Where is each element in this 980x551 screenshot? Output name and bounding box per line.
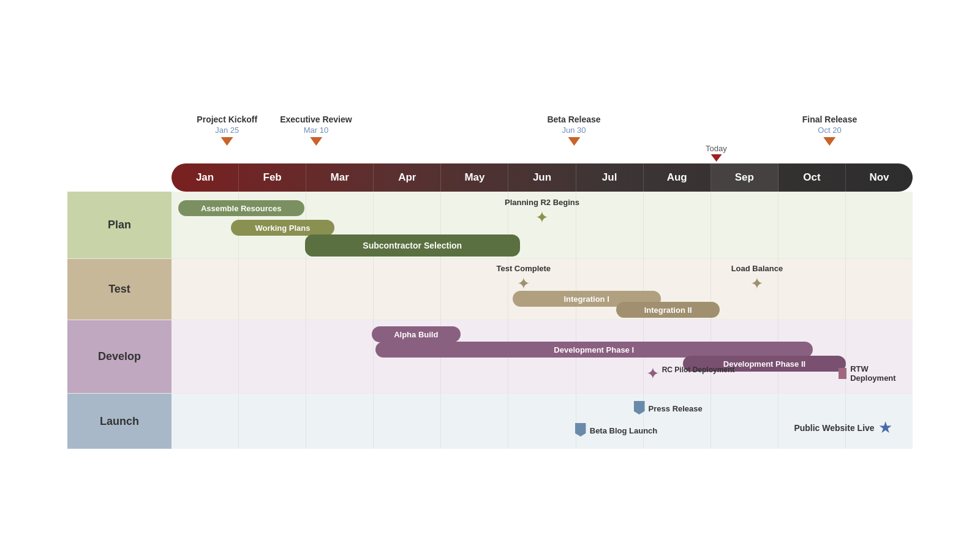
month-aug: Aug (644, 163, 711, 192)
grid-line (441, 394, 508, 449)
beta-blog-label: Beta Blog Launch (590, 426, 658, 435)
today-marker: Today (706, 144, 727, 162)
flag-shape-press-release (634, 401, 645, 414)
chart-container: Project Kickoff Jan 25 Executive Review … (67, 78, 913, 473)
milestone-arrow-final (823, 137, 835, 146)
milestone-project-kickoff: Project Kickoff Jan 25 (197, 114, 257, 146)
milestone-executive-review: Executive Review Mar 10 (280, 114, 352, 146)
star-icon-planning-r2: ✦ (535, 208, 549, 227)
bar-working-plans: Working Plans (231, 220, 334, 236)
grid-line (778, 259, 846, 320)
rows-area: Plan Assemble Resources (67, 192, 913, 449)
star-load-balance: Load Balance ✦ (731, 264, 783, 293)
grid-line (374, 394, 441, 449)
star-test-complete: Test Complete ✦ (496, 264, 551, 293)
grid-line (846, 259, 913, 320)
row-plan: Plan Assemble Resources (67, 192, 913, 259)
month-jun: Jun (508, 163, 576, 192)
public-website-label: Public Website Live (794, 423, 874, 433)
grid-line (306, 259, 374, 320)
grid-line (711, 394, 778, 449)
star-planning-r2: Planning R2 Begins ✦ (505, 198, 579, 227)
bar-assemble-resources: Assemble Resources (178, 200, 304, 216)
row-label-plan: Plan (67, 192, 172, 258)
star-icon-rc-pilot: ✦ (646, 364, 660, 383)
timeline-bar: Today Jan Feb Mar Apr May Jun Jul Aug Se… (172, 163, 913, 192)
row-label-launch: Launch (67, 394, 172, 449)
star-icon-load-balance: ✦ (750, 274, 764, 293)
today-arrow-icon (710, 154, 722, 162)
bar-subcontractor-selection: Subcontractor Selection (305, 234, 520, 257)
milestone-final-release: Final Release Oct 20 (802, 114, 858, 146)
grid-line (778, 192, 846, 258)
flag-beta-blog: Beta Blog Launch (575, 423, 658, 437)
row-test: Test Test Complete (67, 259, 913, 320)
row-content-develop: Alpha Build Development Phase I Developm… (172, 320, 913, 393)
rtw-icon (839, 368, 846, 379)
timeline-months: Jan Feb Mar Apr May Jun Jul Aug Sep Oct … (172, 163, 913, 192)
grid-line (172, 394, 239, 449)
row-content-plan: Assemble Resources Working Plans Subcont… (172, 192, 913, 258)
month-may: May (441, 163, 508, 192)
month-nov: Nov (846, 163, 913, 192)
row-launch: Launch Press Re (67, 394, 913, 449)
row-label-develop: Develop (67, 320, 172, 393)
row-content-test: Test Complete ✦ Integration I Integratio… (172, 259, 913, 320)
press-release-label: Press Release (649, 404, 703, 413)
month-jul: Jul (576, 163, 644, 192)
milestones-area: Project Kickoff Jan 25 Executive Review … (172, 114, 913, 163)
grid-line (239, 259, 306, 320)
grid-line (576, 192, 644, 258)
flag-press-release: Press Release (634, 401, 703, 414)
milestone-arrow-kickoff (221, 137, 233, 146)
month-oct: Oct (778, 163, 846, 192)
month-sep: Sep (711, 163, 778, 192)
grid-line (846, 192, 913, 258)
row-label-test: Test (67, 259, 172, 320)
bar-alpha-build: Alpha Build (372, 326, 461, 342)
star-rc-pilot: ✦ RC Pilot Deployment (646, 364, 735, 383)
grid-line (172, 320, 239, 393)
rtw-label: RTW Deployment (850, 364, 913, 383)
flag-shape-beta-blog (575, 423, 586, 437)
star-icon-public-website: ★ (878, 418, 892, 437)
grid-line (508, 394, 576, 449)
grid-line (306, 394, 374, 449)
star-public-website: Public Website Live ★ (794, 418, 892, 437)
grid-line (239, 320, 306, 393)
grid-line (306, 320, 374, 393)
row-develop: Develop Alpha Build (67, 320, 913, 394)
month-apr: Apr (374, 163, 441, 192)
month-jan: Jan (172, 163, 239, 192)
month-feb: Feb (239, 163, 306, 192)
month-mar: Mar (306, 163, 374, 192)
grid-line (644, 192, 711, 258)
rtw-deployment: RTW Deployment (839, 364, 913, 383)
row-content-launch: Press Release Beta Blog Launch Public We… (172, 394, 913, 449)
grid-line (172, 259, 239, 320)
grid-line (711, 192, 778, 258)
milestone-arrow-beta (568, 137, 580, 146)
milestone-arrow-review (310, 137, 322, 146)
bar-integration-ii: Integration II (616, 302, 720, 318)
grid-line (374, 259, 441, 320)
milestone-beta-release: Beta Release Jun 30 (547, 114, 600, 146)
grid-line (239, 394, 306, 449)
